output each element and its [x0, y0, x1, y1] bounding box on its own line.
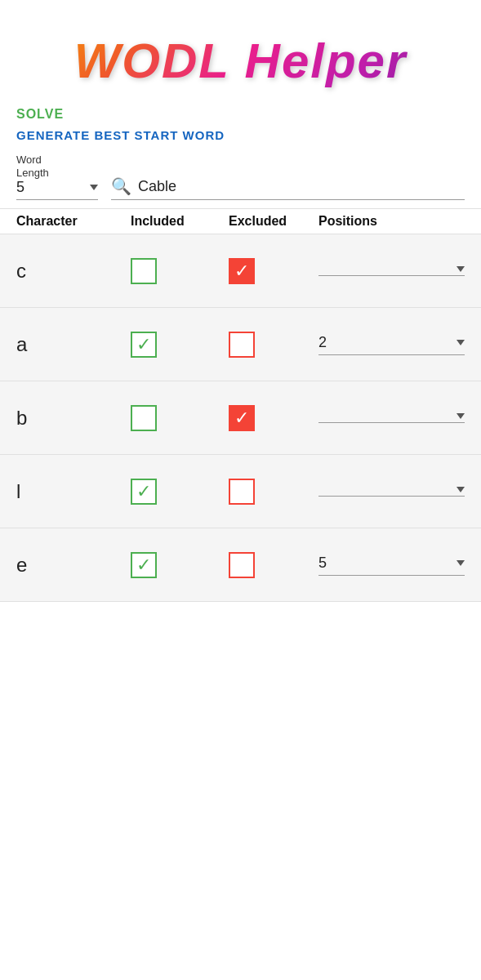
search-input[interactable]	[138, 178, 465, 195]
word-length-label: WordLength	[16, 154, 98, 179]
included-checkbox[interactable]: ✓	[131, 332, 157, 358]
character-cell: c	[16, 260, 131, 283]
included-cell[interactable]: ✓	[131, 332, 229, 358]
included-cell[interactable]: ✓	[131, 552, 229, 578]
excluded-cell[interactable]	[229, 479, 318, 505]
position-dropdown-arrow	[457, 340, 465, 345]
position-dropdown-arrow	[457, 413, 465, 419]
header: WODL Helper	[0, 0, 481, 97]
controls-row: WordLength 5 🔍	[0, 154, 481, 208]
generate-label: GENERATE BEST START WORD	[0, 125, 481, 154]
position-cell[interactable]	[318, 487, 465, 497]
header-excluded: Excluded	[229, 214, 318, 229]
table-row: c ✓	[0, 234, 481, 308]
app-title: WODL Helper	[16, 33, 465, 89]
character-cell: l	[16, 480, 131, 503]
search-container: 🔍	[111, 176, 465, 200]
position-value: 5	[318, 555, 450, 572]
excluded-checkbox[interactable]: ✓	[229, 405, 255, 431]
check-mark: ✓	[234, 262, 249, 280]
included-cell[interactable]: ✓	[131, 479, 229, 505]
solve-label: SOLVE	[0, 97, 481, 125]
excluded-cell[interactable]: ✓	[229, 405, 318, 431]
excluded-checkbox[interactable]: ✓	[229, 258, 255, 284]
check-mark: ✓	[234, 409, 249, 427]
included-cell[interactable]	[131, 258, 229, 284]
position-cell[interactable]: 5	[318, 555, 465, 576]
header-included: Included	[131, 214, 229, 229]
included-checkbox[interactable]	[131, 258, 157, 284]
excluded-checkbox[interactable]	[229, 552, 255, 578]
position-cell[interactable]	[318, 266, 465, 276]
check-mark: ✓	[136, 483, 151, 501]
position-dropdown-arrow	[457, 266, 465, 272]
position-value: 2	[318, 334, 450, 351]
position-dropdown-arrow	[457, 487, 465, 492]
included-cell[interactable]	[131, 405, 229, 431]
table-row: l ✓	[0, 455, 481, 528]
excluded-cell[interactable]	[229, 332, 318, 358]
included-checkbox[interactable]: ✓	[131, 479, 157, 505]
character-cell: a	[16, 333, 131, 356]
header-positions: Positions	[318, 214, 465, 229]
excluded-cell[interactable]: ✓	[229, 258, 318, 284]
position-cell[interactable]: 2	[318, 334, 465, 355]
character-cell: b	[16, 407, 131, 430]
table-row: e ✓ 5	[0, 528, 481, 602]
excluded-checkbox[interactable]	[229, 479, 255, 505]
word-length-container: WordLength 5	[16, 154, 98, 200]
included-checkbox[interactable]	[131, 405, 157, 431]
character-cell: e	[16, 554, 131, 577]
excluded-checkbox[interactable]	[229, 332, 255, 358]
included-checkbox[interactable]: ✓	[131, 552, 157, 578]
word-length-value: 5	[16, 179, 87, 196]
table-row: b ✓	[0, 381, 481, 455]
position-dropdown-arrow	[457, 560, 465, 566]
word-length-select[interactable]: 5	[16, 179, 98, 200]
table-body: c ✓ a ✓	[0, 234, 481, 602]
search-icon: 🔍	[111, 176, 131, 196]
header-character: Character	[16, 214, 131, 229]
check-mark: ✓	[136, 336, 151, 354]
word-length-dropdown-arrow	[90, 185, 98, 190]
excluded-cell[interactable]	[229, 552, 318, 578]
table-row: a ✓ 2	[0, 308, 481, 381]
app-container: WODL Helper SOLVE GENERATE BEST START WO…	[0, 0, 481, 602]
position-cell[interactable]	[318, 413, 465, 423]
check-mark: ✓	[136, 556, 151, 574]
table-header: Character Included Excluded Positions	[0, 208, 481, 234]
